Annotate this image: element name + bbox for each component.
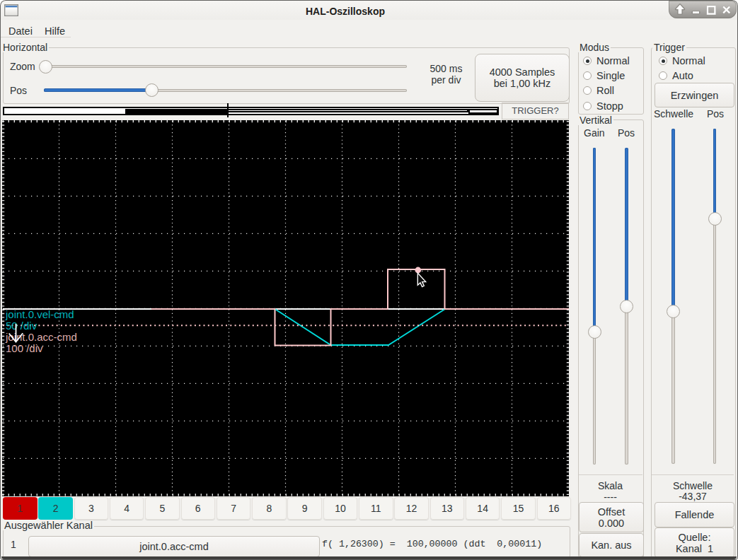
svg-text:joint.0.vel-cmd: joint.0.vel-cmd bbox=[5, 308, 74, 320]
svg-text:100 /div: 100 /div bbox=[6, 342, 43, 354]
svg-text:50 /div: 50 /div bbox=[6, 320, 38, 332]
